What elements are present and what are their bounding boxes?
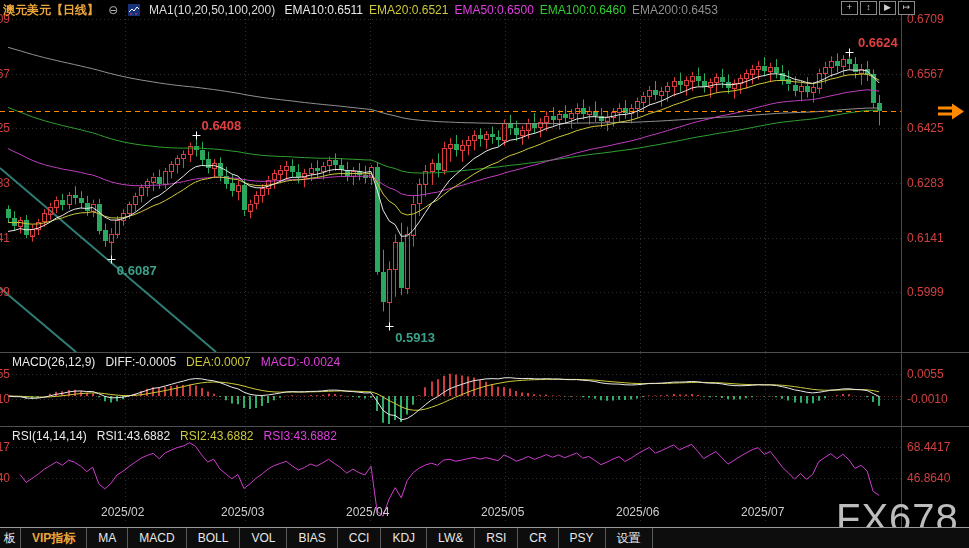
rsi-axis-label: 46.8640 [907,471,950,485]
chart-style-icon[interactable] [128,4,140,20]
toolbar-item-lw[interactable]: LW& [427,528,475,548]
ema-value-label-1: EMA20:0.6521 [369,3,448,17]
rsi-params-label: RSI(14,14,14) [12,429,87,443]
toolbar-item-vol[interactable]: VOL [240,528,287,548]
macd-value-label-1: DEA:0.0007 [186,355,251,369]
date-label: 2025/05 [481,505,524,519]
toolbar-item-boll[interactable]: BOLL [187,528,241,548]
left-axis-label-clipped: 0.6709 [0,12,10,26]
chart-header: 澳元美元【日线】 ⊖ MA1(10,20,50,100,200) EMA10:0… [3,2,730,18]
rsi-value-label-2: RSI3:43.6882 [264,429,337,443]
left-axis-label-clipped: 0.6141 [0,231,10,245]
ema-values: EMA10:0.6511EMA20:0.6521EMA50:0.6500EMA1… [285,3,724,17]
left-axis-label-clipped: 0.5999 [0,285,10,299]
price-annotation: 0.5913 [395,330,435,345]
ema-value-label-2: EMA50:0.6500 [454,3,533,17]
price-annotation: 0.6087 [117,263,157,278]
left-axis-label-clipped: 68.4417 [0,440,10,454]
price-axis-label: 0.6283 [907,176,944,190]
left-axis-label-clipped: -0.0010 [0,392,10,406]
date-label: 2025/02 [101,505,144,519]
macd-axis-label: -0.0010 [907,392,948,406]
scale-axis-icon[interactable]: ↕ [860,1,877,15]
toolbar-item-rsi[interactable]: RSI [475,528,518,548]
ma-settings-label: MA1(10,20,50,100,200) [149,3,275,17]
toolbar-item-1[interactable]: VIP指标 [21,528,87,548]
exit-icon[interactable]: ↦ [898,1,915,15]
toolbar-item-cci[interactable]: CCI [338,528,382,548]
date-label: 2025/06 [616,505,659,519]
price-axis-label: 0.5999 [907,285,944,299]
macd-value-label-2: MACD:-0.0024 [261,355,340,369]
left-axis-label-clipped: 46.8640 [0,471,10,485]
collapse-icon[interactable]: ⊖ [108,3,118,17]
symbol-title: 澳元美元【日线】 [3,3,99,17]
panel-divider [0,352,969,353]
crosshair-icon[interactable]: + [841,1,858,15]
price-axis-label: 0.6141 [907,231,944,245]
toolbar-item-0[interactable]: 板 [0,528,21,548]
toolbar-item-cr[interactable]: CR [518,528,558,548]
macd-value-label-0: DIFF:-0.0005 [105,355,176,369]
price-axis-label: 0.6567 [907,67,944,81]
toolbar-item-bias[interactable]: BIAS [287,528,337,548]
toolbar-item-kdj[interactable]: KDJ [381,528,427,548]
ema-value-label-0: EMA10:0.6511 [285,3,364,17]
rsi-header: RSI(14,14,14)RSI1:43.6882RSI2:43.6882RSI… [12,429,357,443]
trading-app-window: 澳元美元【日线】 ⊖ MA1(10,20,50,100,200) EMA10:0… [0,0,969,548]
price-annotation: 0.6408 [202,118,242,133]
macd-header: MACD(26,12,9)DIFF:-0.0005DEA:0.0007MACD:… [12,355,360,369]
ema-value-label-3: EMA100:0.6460 [540,3,626,17]
toolbar-item-13[interactable]: 设置 [606,528,653,548]
date-label: 2025/07 [741,505,784,519]
date-label: 2025/03 [221,505,264,519]
indicator-toolbar: 板VIP指标MAMACDBOLLVOLBIASCCIKDJLW&RSICRPSY… [0,527,969,548]
rsi-value-label-1: RSI2:43.6882 [180,429,253,443]
rsi-axis-label: 68.4417 [907,440,950,454]
toolbar-item-ma[interactable]: MA [87,528,128,548]
rsi-value-label-0: RSI1:43.6882 [97,429,170,443]
toolbar-item-psy[interactable]: PSY [559,528,606,548]
ema-value-label-4: EMA200:0.6453 [632,3,718,17]
left-axis-label-clipped: 0.6567 [0,67,10,81]
left-axis-label-clipped: 0.6283 [0,176,10,190]
macd-axis-label: 0.0055 [907,367,944,381]
play-axis-icon[interactable]: ▶ [879,1,896,15]
date-label: 2025/04 [346,505,389,519]
price-axis-label: 0.6425 [907,121,944,135]
chart-toolbar-icons: + ↕ ▶ ↦ [841,1,915,15]
price-annotation: 0.6624 [858,35,898,50]
price-axis-border [901,0,902,527]
panel-divider [0,426,969,427]
left-axis-label-clipped: 0.0055 [0,367,10,381]
macd-params-label: MACD(26,12,9) [12,355,95,369]
toolbar-item-macd[interactable]: MACD [128,528,186,548]
left-axis-label-clipped: 0.6425 [0,121,10,135]
